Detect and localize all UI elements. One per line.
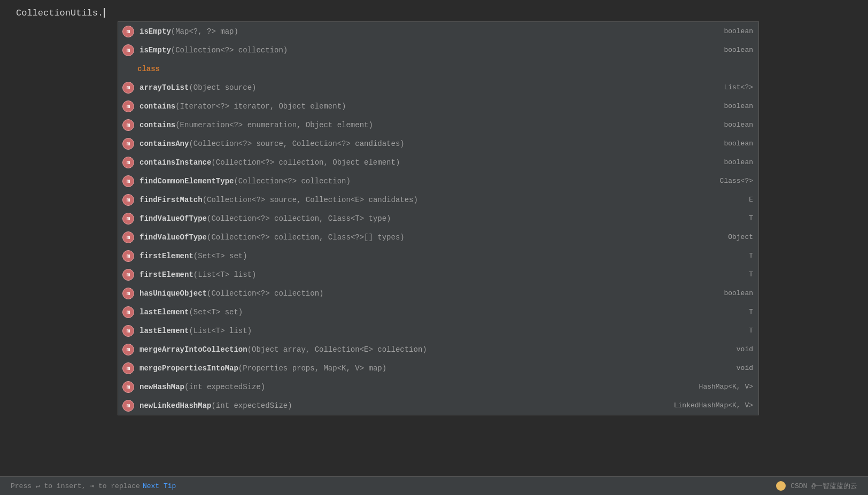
method-params: (Collection<?> collection, Class<T> type… — [207, 214, 391, 223]
method-icon: m — [122, 325, 134, 337]
method-icon: m — [122, 194, 134, 206]
method-params: (Set<T> set) — [193, 252, 247, 260]
method-params: (Object array, Collection<E> collection) — [247, 345, 427, 354]
autocomplete-container: misEmpty(Map<?, ?> map)booleanmisEmpty(C… — [118, 21, 759, 415]
status-bar: Press ↵ to insert, ⇥ to replace Next Tip… — [0, 476, 868, 495]
method-name: findCommonElementType — [140, 177, 234, 185]
autocomplete-item[interactable]: mcontainsInstance(Collection<?> collecti… — [118, 153, 758, 172]
cursor — [104, 8, 105, 18]
method-return: T — [738, 214, 753, 222]
method-icon: m — [122, 100, 134, 112]
autocomplete-item[interactable]: mlastElement(List<T> list)T — [118, 321, 758, 340]
method-name: isEmpty — [140, 46, 171, 55]
method-return: T — [738, 270, 753, 279]
method-params: (int expectedSize) — [184, 383, 265, 391]
autocomplete-item[interactable]: mnewHashMap(int expectedSize)HashMap<K, … — [118, 377, 758, 396]
method-return: boolean — [713, 158, 753, 166]
method-return: boolean — [713, 46, 753, 54]
method-icon: m — [122, 175, 134, 187]
method-icon: m — [122, 44, 134, 56]
method-params: (Enumeration<?> enumeration, Object elem… — [175, 121, 373, 129]
method-icon: m — [122, 362, 134, 374]
method-name: containsAny — [140, 140, 189, 148]
method-return: boolean — [713, 102, 753, 110]
method-return: void — [726, 345, 753, 353]
method-params: (Object source) — [189, 83, 256, 92]
method-name: lastElement — [140, 308, 189, 316]
method-params: (Collection<?> collection) — [234, 177, 350, 185]
autocomplete-item[interactable]: mfindValueOfType(Collection<?> collectio… — [118, 228, 758, 246]
method-return: boolean — [713, 289, 753, 297]
editor-text: CollectionUtils. — [16, 8, 103, 18]
method-params: (int expectedSize) — [211, 401, 292, 410]
method-params: (Collection<?> collection, Object elemen… — [211, 158, 400, 167]
autocomplete-item[interactable]: mlastElement(Set<T> set)T — [118, 303, 758, 321]
autocomplete-item[interactable]: misEmpty(Map<?, ?> map)boolean — [118, 22, 758, 41]
method-name: arrayToList — [140, 83, 189, 92]
method-name: newLinkedHashMap — [140, 401, 211, 410]
method-icon: m — [122, 344, 134, 355]
method-name: findValueOfType — [140, 233, 207, 242]
method-return: T — [738, 252, 753, 260]
method-icon: m — [122, 119, 134, 131]
status-right: CSDN @一智蓝蓝的云 — [776, 481, 857, 491]
method-return: boolean — [713, 27, 753, 35]
method-name: findValueOfType — [140, 214, 207, 223]
autocomplete-item[interactable]: mfindFirstMatch(Collection<?> source, Co… — [118, 190, 758, 209]
method-params: (Collection<?> source, Collection<?> can… — [189, 140, 404, 148]
method-return: LinkedHashMap<K, V> — [663, 401, 753, 409]
method-return: boolean — [713, 121, 753, 129]
method-return: boolean — [713, 140, 753, 148]
watermark-icon — [776, 481, 786, 491]
method-icon: m — [122, 157, 134, 168]
method-icon: m — [122, 306, 134, 318]
method-icon: m — [122, 381, 134, 393]
autocomplete-item[interactable]: marrayToList(Object source)List<?> — [118, 78, 758, 97]
next-tip-button[interactable]: Next Tip — [143, 482, 176, 490]
method-name: containsInstance — [140, 158, 211, 167]
method-name: firstElement — [140, 270, 193, 279]
method-icon: m — [122, 213, 134, 225]
autocomplete-list: misEmpty(Map<?, ?> map)booleanmisEmpty(C… — [118, 22, 758, 415]
method-name: mergePropertiesIntoMap — [140, 364, 238, 373]
autocomplete-item[interactable]: mfirstElement(List<T> list)T — [118, 265, 758, 284]
autocomplete-item[interactable]: mfindValueOfType(Collection<?> collectio… — [118, 209, 758, 228]
method-params: (Collection<?> collection) — [171, 46, 288, 55]
method-icon: m — [122, 82, 134, 94]
method-name: findFirstMatch — [140, 196, 203, 204]
method-params: (List<T> list) — [193, 270, 257, 279]
method-icon: m — [122, 26, 134, 37]
method-name: newHashMap — [140, 383, 184, 391]
autocomplete-item[interactable]: mcontains(Iterator<?> iterator, Object e… — [118, 97, 758, 115]
autocomplete-item[interactable]: mfindCommonElementType(Collection<?> col… — [118, 172, 758, 190]
method-icon: m — [122, 231, 134, 243]
method-name: mergeArrayIntoCollection — [140, 345, 247, 354]
method-params: (Collection<?> collection, Class<?>[] ty… — [207, 233, 405, 242]
method-return: HashMap<K, V> — [688, 383, 753, 391]
method-icon: m — [122, 400, 134, 412]
autocomplete-item[interactable]: mmergePropertiesIntoMap(Properties props… — [118, 359, 758, 377]
method-params: (Properties props, Map<K, V> map) — [238, 364, 386, 373]
autocomplete-item[interactable]: mmergeArrayIntoCollection(Object array, … — [118, 340, 758, 359]
editor-top: CollectionUtils. — [0, 0, 868, 21]
autocomplete-item[interactable]: mnewLinkedHashMap(int expectedSize)Linke… — [118, 396, 758, 415]
method-name: contains — [140, 102, 175, 111]
class-header-label: class — [137, 65, 160, 73]
method-return: Class<?> — [709, 177, 753, 185]
method-icon: m — [122, 288, 134, 299]
autocomplete-item[interactable]: mcontainsAny(Collection<?> source, Colle… — [118, 134, 758, 153]
method-name: hasUniqueObject — [140, 289, 207, 298]
method-name: firstElement — [140, 252, 193, 260]
method-return: List<?> — [713, 83, 753, 91]
press-hint-text: Press ↵ to insert, ⇥ to replace — [11, 482, 140, 490]
autocomplete-item: class — [118, 59, 758, 78]
method-name: contains — [140, 121, 175, 129]
method-params: (List<T> list) — [189, 327, 252, 335]
autocomplete-item[interactable]: misEmpty(Collection<?> collection)boolea… — [118, 41, 758, 59]
autocomplete-item[interactable]: mcontains(Enumeration<?> enumeration, Ob… — [118, 115, 758, 134]
method-return: E — [738, 196, 753, 204]
autocomplete-item[interactable]: mhasUniqueObject(Collection<?> collectio… — [118, 284, 758, 303]
method-return: Object — [717, 233, 753, 241]
method-params: (Collection<?> collection) — [207, 289, 323, 298]
autocomplete-item[interactable]: mfirstElement(Set<T> set)T — [118, 246, 758, 265]
